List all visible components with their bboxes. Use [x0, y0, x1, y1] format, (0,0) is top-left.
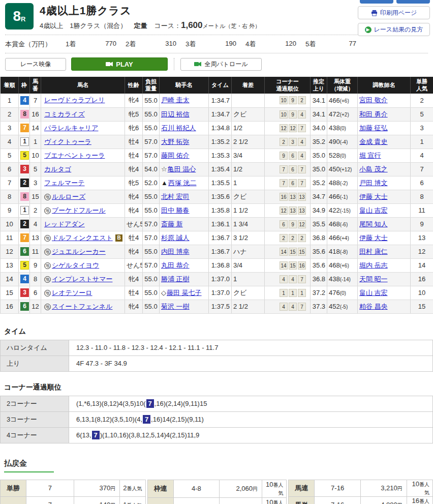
trainer-link[interactable]: 堀 宣行: [359, 152, 381, 159]
horse-name-link[interactable]: レオテソーロ: [52, 289, 92, 297]
jockey-link[interactable]: 西塚 洸二: [168, 179, 197, 187]
print-page-button[interactable]: 印刷用ページ: [358, 6, 430, 19]
carried-weight: 55.0: [143, 286, 160, 300]
last-3f: 34.9: [311, 203, 327, 217]
horse-number: 12: [30, 300, 41, 313]
horse-name-link[interactable]: フェルマーテ: [44, 179, 85, 187]
time-row-label: ハロンタイム: [1, 340, 69, 355]
finish-time: 1:37.0: [209, 286, 232, 300]
corner-position-box: 16: [298, 261, 306, 270]
horse-number: 16: [30, 107, 41, 121]
time-row-value: 12.3 - 11.0 - 11.8 - 12.3 - 12.4 - 12.1 …: [69, 340, 433, 355]
corner-position-box: 14: [280, 248, 288, 256]
local-horse-icon: 地: [44, 207, 51, 214]
jockey-link[interactable]: 石川 裕紀人: [161, 124, 196, 132]
corner-order: 12127: [265, 121, 311, 135]
horse-name-cell: カルタゴ: [41, 162, 125, 176]
jockey-link[interactable]: 杉原 誠人: [161, 234, 190, 242]
horse-name-link[interactable]: ブーケドフルール: [52, 206, 106, 214]
trainer-link[interactable]: 伊藤 大士: [359, 193, 388, 200]
horse-name-link[interactable]: インプレストサマー: [52, 275, 112, 283]
corner-row-label: 4コーナー: [1, 427, 69, 443]
prize-row: 本賞金（万円） 1着7702着3103着1904着1205着77: [0, 35, 433, 53]
trainer-link[interactable]: 加藤 征弘: [359, 124, 388, 132]
finish-time: 1:34.7: [209, 107, 232, 121]
corner-position-box: 3: [289, 138, 297, 146]
margin: [232, 94, 265, 107]
trainer-link[interactable]: 宮田 敬介: [359, 96, 388, 104]
col-horse-number: 馬 番: [30, 77, 41, 94]
jockey-link[interactable]: 藤岡 佑介: [161, 152, 190, 159]
jockey-link[interactable]: 田中 勝春: [161, 206, 190, 214]
jockey-link[interactable]: 菊沢 一樹: [161, 303, 190, 310]
jockey-link[interactable]: 藤田 菜七子: [167, 289, 202, 297]
horse-name-link[interactable]: ルルローズ: [52, 193, 85, 200]
result-row: 635カルタゴ牝454.0☆亀田 温心1:35.41/276735.0450(+…: [1, 162, 433, 176]
jockey-link[interactable]: 大野 拓弥: [161, 138, 190, 145]
printer-icon: [371, 10, 378, 16]
race-video-button[interactable]: レース映像: [5, 58, 66, 71]
horse-name-link[interactable]: シゲルタイヨウ: [52, 261, 99, 269]
finish-position: 10: [1, 217, 19, 231]
horse-name-link[interactable]: ジュエルシーカー: [52, 248, 106, 255]
jockey-link[interactable]: 内田 博幸: [161, 248, 190, 255]
corner-body: 2コーナー(1,*6,13)(8,12)4(3,5)10(7,16)(2,14)…: [1, 396, 433, 443]
horse-name-link[interactable]: スイートフェンネル: [52, 303, 112, 310]
trainer-link[interactable]: 戸田 博文: [359, 179, 388, 187]
jockey-link[interactable]: 北村 宏司: [161, 193, 190, 200]
trainer-link[interactable]: 小島 茂之: [359, 165, 388, 173]
carried-weight: 55.0: [143, 94, 160, 107]
jockey-link[interactable]: 丸田 恭介: [161, 261, 190, 269]
carried-weight: 57.0: [143, 135, 160, 149]
trainer-link[interactable]: 金成 貴史: [359, 138, 388, 145]
patrol-video-button[interactable]: 全周パトロール: [180, 58, 262, 71]
horse-number: 9: [30, 258, 41, 272]
horse-name-link[interactable]: ドルフィンクエスト: [52, 234, 113, 242]
corner-position-box: 6: [289, 152, 297, 160]
horse-number: 8: [30, 272, 41, 286]
corner-position-box: 15: [298, 248, 306, 256]
bet-type-label: 複勝: [1, 496, 26, 504]
top-cut-button-2[interactable]: [396, 0, 430, 4]
horse-name-link[interactable]: レッドアダン: [44, 220, 85, 228]
corner-position-box: 4: [289, 303, 297, 311]
trainer-link[interactable]: 粕谷 昌央: [359, 303, 388, 310]
trainer-link[interactable]: 天間 昭一: [359, 275, 388, 283]
trainer-link[interactable]: 伊藤 大士: [359, 234, 388, 242]
top-cut-button-1[interactable]: [360, 0, 393, 4]
jockey-link[interactable]: 戸崎 圭太: [161, 96, 190, 104]
trainer-link[interactable]: 田村 康仁: [359, 248, 388, 255]
play-button[interactable]: PLAY: [71, 57, 168, 71]
horse-name-link[interactable]: パラレルキャリア: [44, 124, 98, 132]
horse-name-cell: 地レオテソーロ: [41, 286, 125, 300]
horse-name-link[interactable]: ヴィクトゥーラ: [44, 138, 91, 145]
trainer-link[interactable]: 畠山 吉宏: [359, 206, 388, 214]
jockey-link[interactable]: 田辺 裕信: [161, 110, 190, 118]
horse-name-link[interactable]: ブエナベントゥーラ: [44, 152, 105, 159]
results-body: 147レーヴドゥラプレリ牝455.0戸崎 圭太1:34.7109234.1466…: [1, 94, 433, 313]
frame-cell: 1: [19, 135, 30, 149]
frame-badge: 8: [20, 110, 29, 118]
trainer-link[interactable]: 堀内 岳志: [359, 261, 388, 269]
last-3f: 37.2: [311, 286, 327, 300]
results-guide-button[interactable]: ▶ レース結果の見方: [358, 23, 430, 36]
finish-time: 1:35.2: [209, 135, 232, 149]
horse-name-link[interactable]: カルタゴ: [44, 165, 71, 173]
horse-name-link[interactable]: コミカライズ: [44, 110, 85, 118]
margin: 3/4: [232, 149, 265, 162]
trainer-link[interactable]: 尾関 知人: [359, 220, 388, 228]
payout-popularity: 10番人気: [407, 480, 432, 496]
trainer-cell: 天間 昭一: [358, 272, 411, 286]
jockey-link[interactable]: 斎藤 新: [161, 220, 183, 228]
col-horse-name: 馬名: [41, 77, 125, 94]
trainer-link[interactable]: 和田 勇介: [359, 110, 388, 118]
horse-name-link[interactable]: レーヴドゥラプレリ: [44, 96, 105, 104]
body-weight: 438(-14): [327, 272, 358, 286]
race-title: 4歳以上1勝クラス: [40, 4, 260, 18]
jockey-link[interactable]: 亀田 温心: [168, 165, 196, 173]
last-3f: 35.6: [311, 245, 327, 258]
frame-cell: 6: [19, 245, 30, 258]
jockey-link[interactable]: 勝浦 正樹: [161, 275, 190, 283]
trainer-link[interactable]: 畠山 吉宏: [359, 289, 388, 297]
corner-position-box: 4: [298, 110, 306, 118]
